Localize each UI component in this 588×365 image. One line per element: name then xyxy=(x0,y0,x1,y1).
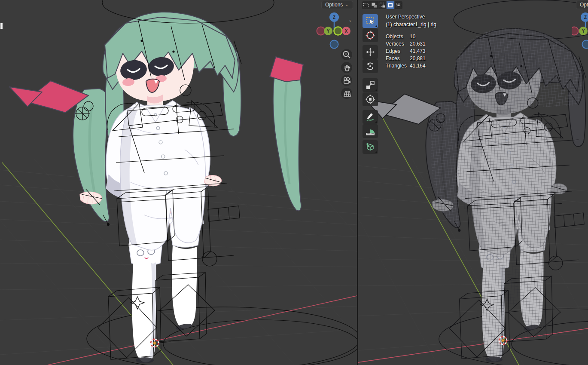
axis-x-line xyxy=(48,296,357,365)
tool-rotate[interactable] xyxy=(363,59,378,73)
select-mode-invert[interactable] xyxy=(387,1,394,9)
viewport-overlay-text: User Perspective (1) character1_rig | ri… xyxy=(386,13,436,70)
gizmo-neg-x-ball[interactable] xyxy=(572,27,579,35)
select-mode-new[interactable] xyxy=(362,1,370,9)
tool-move[interactable] xyxy=(363,45,378,59)
tool-transform[interactable] xyxy=(363,92,378,106)
pan-hand-icon[interactable] xyxy=(341,62,352,73)
select-mode-extend[interactable] xyxy=(370,1,378,9)
active-object-label: (1) character1_rig | rig xyxy=(386,21,436,28)
character-colored[interactable] xyxy=(9,0,357,365)
axis-x-line xyxy=(358,328,588,362)
camera-view-icon[interactable] xyxy=(341,75,352,86)
sidebar-collapse-arrow[interactable]: ‹ xyxy=(349,17,351,24)
tool-measure[interactable] xyxy=(363,124,378,138)
scene-left[interactable] xyxy=(0,0,357,365)
viewport-divider[interactable] xyxy=(357,0,358,365)
view-perspective-label: User Perspective xyxy=(386,13,436,21)
tool-cursor[interactable] xyxy=(363,28,378,42)
select-mode-group xyxy=(362,1,402,9)
tool-select-box[interactable] xyxy=(363,14,378,28)
nav-gizmo-left[interactable]: Z Y X xyxy=(315,8,356,51)
gizmo-neg-y-ball[interactable] xyxy=(334,27,342,35)
tool-add-cube[interactable] xyxy=(363,140,378,154)
gizmo-z-label: Z xyxy=(584,15,587,20)
stat-row: Objects10 xyxy=(386,33,436,40)
gizmo-neg-z-ball[interactable] xyxy=(582,40,588,49)
gizmo-neg-x-ball[interactable] xyxy=(317,27,325,35)
gizmo-z-label: Z xyxy=(333,15,335,20)
gizmo-x-label: X xyxy=(345,29,348,34)
stat-row: Triangles41,164 xyxy=(386,62,436,70)
blender-window: Options ⌄ Z Y X xyxy=(0,0,588,365)
stat-row: Faces20,881 xyxy=(386,55,436,62)
gizmo-neg-z-ball[interactable] xyxy=(330,40,338,49)
select-mode-subtract[interactable] xyxy=(378,1,386,9)
scene-statistics: Objects10 Vertices20,631 Edges41,473 Fac… xyxy=(386,33,436,70)
stat-row: Edges41,473 xyxy=(386,48,436,55)
nav-gizmo-right[interactable]: Z Y xyxy=(572,8,588,51)
stat-row: Vertices20,631 xyxy=(386,40,436,48)
select-mode-intersect[interactable] xyxy=(395,1,402,9)
viewport-left[interactable]: Options ⌄ Z Y X xyxy=(0,0,357,365)
gizmo-y-label: Y xyxy=(582,29,585,34)
edge-widget-fragment xyxy=(0,23,3,29)
tool-scale[interactable] xyxy=(363,78,378,92)
gizmo-y-label: Y xyxy=(327,29,330,34)
viewport-right[interactable]: User Perspective (1) character1_rig | ri… xyxy=(358,0,588,365)
ortho-grid-icon[interactable] xyxy=(341,88,352,99)
tool-annotate[interactable] xyxy=(363,110,378,124)
